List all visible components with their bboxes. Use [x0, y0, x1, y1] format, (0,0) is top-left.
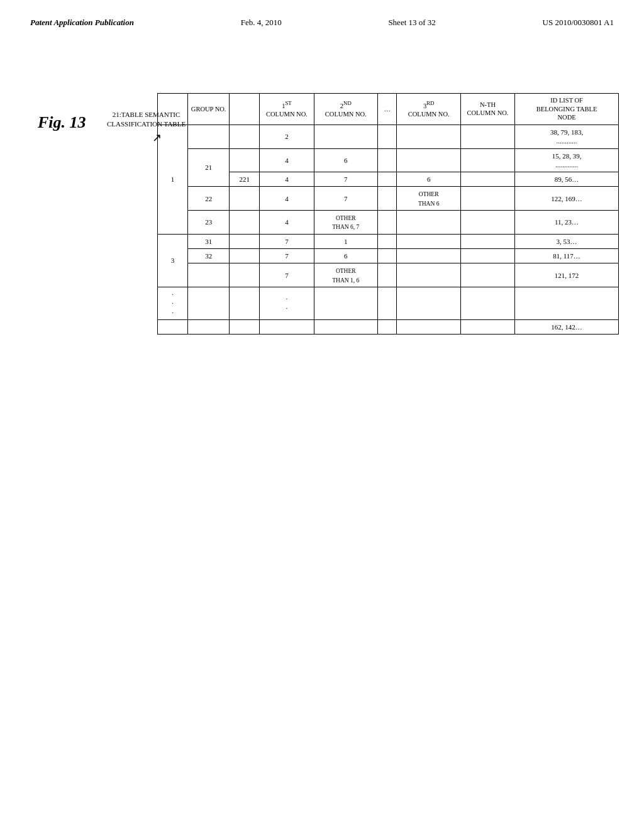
cell-dots-last [378, 319, 397, 334]
cell-1st-4a: 4 [260, 148, 314, 172]
table-row: 3 31 7 1 3, 53… [158, 234, 619, 248]
page-header: Patent Application Publication Feb. 4, 2… [0, 0, 644, 34]
cell-group-22: 22 [188, 187, 230, 211]
cell-3rd-last [397, 319, 460, 334]
cell-1st-7a: 7 [260, 234, 314, 248]
table-row: 22 4 7 OTHERTHAN 6 122, 169… [158, 187, 619, 211]
table-row: 1 2 38, 79, 183,............ [158, 124, 619, 148]
pub-date: Feb. 4, 2010 [241, 18, 282, 28]
cell-sub-empty2 [230, 148, 260, 172]
cell-group-empty2 [188, 263, 230, 287]
cell-2nd-dots [314, 287, 377, 320]
cell-3rd-empty5 [397, 249, 460, 263]
cell-group-31: 31 [188, 234, 230, 248]
cell-2nd-6b: 6 [314, 249, 377, 263]
cell-2nd-other67: OTHERTHAN 6, 7 [314, 211, 377, 235]
col-header-dots: … [378, 94, 397, 125]
cell-id-8: 121, 172 [515, 263, 619, 287]
cell-nth-empty6 [460, 234, 514, 248]
cell-3rd-empty4 [397, 234, 460, 248]
table-row: 23 4 OTHERTHAN 6, 7 11, 23… [158, 211, 619, 235]
cell-1st-4c: 4 [260, 187, 314, 211]
cell-group-21: 21 [188, 148, 230, 187]
cell-dots-empty4 [378, 187, 397, 211]
cell-sub-221: 221 [230, 172, 260, 187]
cell-2nd-other16: OTHERTHAN 1, 6 [314, 263, 377, 287]
cell-cluster-dots: ··· [158, 287, 188, 320]
cell-3rd-empty [397, 124, 460, 148]
cell-nth-empty8 [460, 263, 514, 287]
table-header-row: GROUP NO. 1STCOLUMN NO. 2NDCOLUMN NO. … … [158, 94, 619, 125]
col-header-3rd: 3RDCOLUMN NO. [397, 94, 460, 125]
cell-3rd-empty6 [397, 263, 460, 287]
table-row: 7 OTHERTHAN 1, 6 121, 172 [158, 263, 619, 287]
cell-2nd-empty [314, 124, 377, 148]
cell-dots-dots [378, 287, 397, 320]
cell-nth-empty5 [460, 211, 514, 235]
semantic-table: GROUP NO. 1STCOLUMN NO. 2NDCOLUMN NO. … … [157, 93, 619, 335]
cell-sub-empty3 [230, 187, 260, 211]
cell-2nd-6a: 6 [314, 148, 377, 172]
cell-nth-empty4 [460, 187, 514, 211]
cell-dots-empty3 [378, 172, 397, 187]
cell-cluster-1: 1 [158, 124, 188, 234]
cell-id-7: 81, 117… [515, 249, 619, 263]
cell-sub-empty5 [230, 234, 260, 248]
cell-group-empty [188, 124, 230, 148]
classification-table: GROUP NO. 1STCOLUMN NO. 2NDCOLUMN NO. … … [157, 93, 619, 335]
cell-3rd-other6: OTHERTHAN 6 [397, 187, 460, 211]
cell-nth-last [460, 319, 514, 334]
cell-nth-empty7 [460, 249, 514, 263]
cell-id-1: 38, 79, 183,............ [515, 124, 619, 148]
cell-1st-last [260, 319, 314, 334]
cell-2nd-1: 1 [314, 234, 377, 248]
cell-nth-empty [460, 124, 514, 148]
cell-1st-2: 2 [260, 124, 314, 148]
cell-id-dots [515, 287, 619, 320]
col-header-nth: N-THCOLUMN NO. [460, 94, 514, 125]
col-header-sub [230, 94, 260, 125]
sheet-info: Sheet 13 of 32 [388, 18, 435, 28]
cell-3rd-empty2 [397, 148, 460, 172]
cell-id-last: 162, 142… [515, 319, 619, 334]
cell-nth-empty2 [460, 148, 514, 172]
cell-3rd-dots [397, 287, 460, 320]
cell-2nd-7a: 7 [314, 172, 377, 187]
publication-label: Patent Application Publication [30, 18, 134, 28]
cell-sub-empty6 [230, 249, 260, 263]
cell-1st-4b: 4 [260, 172, 314, 187]
col-header-1st: 1STCOLUMN NO. [260, 94, 314, 125]
cell-id-2: 15, 28, 39,............. [515, 148, 619, 172]
cell-sub-empty7 [230, 263, 260, 287]
cell-1st-4d: 4 [260, 211, 314, 235]
col-header-id: ID LIST OFBELONGING TABLENODE [515, 94, 619, 125]
cell-group-32: 32 [188, 249, 230, 263]
table-row: 21 4 6 15, 28, 39,............. [158, 148, 619, 172]
cell-1st-dots: ·· [260, 287, 314, 320]
patent-number: US 2010/0030801 A1 [543, 18, 614, 28]
cell-id-6: 3, 53… [515, 234, 619, 248]
cell-3rd-empty3 [397, 211, 460, 235]
cell-id-4: 122, 169… [515, 187, 619, 211]
cell-sub-dots [230, 287, 260, 320]
cell-id-3: 89, 56… [515, 172, 619, 187]
cell-id-5: 11, 23… [515, 211, 619, 235]
cell-2nd-7b: 7 [314, 187, 377, 211]
cell-sub-last [230, 319, 260, 334]
cell-sub-empty [230, 124, 260, 148]
table-row: 162, 142… [158, 319, 619, 334]
cell-cluster-3: 3 [158, 234, 188, 287]
figure-label: Fig. 13 [38, 113, 86, 132]
table-row: ··· ·· [158, 287, 619, 320]
cell-dots-empty6 [378, 234, 397, 248]
cell-1st-7c: 7 [260, 263, 314, 287]
cell-2nd-last [314, 319, 377, 334]
col-header-2nd: 2NDCOLUMN NO. [314, 94, 377, 125]
cell-group-dots [188, 287, 230, 320]
cell-cluster-last [158, 319, 188, 334]
cell-dots-empty2 [378, 148, 397, 172]
cell-3rd-6: 6 [397, 172, 460, 187]
cell-group-23: 23 [188, 211, 230, 235]
cell-dots-empty5 [378, 211, 397, 235]
cell-dots-empty8 [378, 263, 397, 287]
